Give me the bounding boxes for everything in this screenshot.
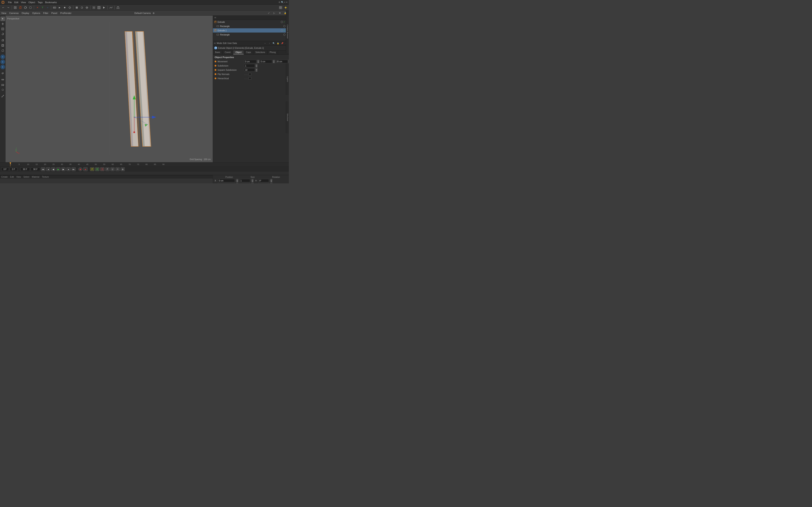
edit-menu-mat[interactable]: Edit — [10, 176, 14, 178]
camera-settings-icon[interactable]: ⚙ — [153, 12, 155, 14]
next-frame-btn[interactable]: ▶ — [61, 167, 65, 171]
y-pos-up[interactable]: ▲ — [236, 183, 238, 183]
h-rot-up[interactable]: ▲ — [270, 179, 272, 181]
attr-lock[interactable]: 🔒 — [276, 42, 280, 45]
mode-list-btn[interactable] — [115, 167, 120, 171]
mode-scale-btn[interactable]: S — [100, 167, 104, 171]
tab-basic[interactable]: Basic — [213, 51, 222, 55]
new-obj-btn[interactable] — [13, 5, 17, 10]
menu-bookmarks[interactable]: Bookmarks — [45, 1, 57, 4]
panel-menu[interactable]: Panel — [51, 12, 57, 14]
prev-frame-btn[interactable]: ◀ — [51, 167, 55, 171]
timeline-playhead[interactable] — [10, 162, 10, 166]
rotate-btn[interactable] — [23, 5, 28, 10]
menu-file[interactable]: File — [8, 1, 12, 4]
keyframe-btn[interactable] — [67, 5, 72, 10]
attr-pin[interactable]: 📌 — [281, 42, 284, 45]
vis-circle-e1-btn[interactable] — [281, 30, 283, 32]
grid-btn[interactable] — [278, 5, 283, 10]
first-frame-btn[interactable]: ⏮ — [41, 167, 45, 171]
isoparm-down[interactable]: ▼ — [255, 70, 258, 72]
movement-y-up[interactable]: ▲ — [273, 60, 275, 61]
lasso-btn[interactable] — [80, 5, 84, 10]
vis-circle-rect-btn[interactable] — [283, 25, 286, 27]
y-pos-input[interactable] — [218, 183, 235, 183]
display-menu[interactable]: Display — [21, 12, 29, 14]
viewport[interactable]: Perspective Y Z Grid Spacing : 100 cm — [5, 16, 213, 162]
range-end-input[interactable] — [31, 168, 40, 171]
mode-user-btn[interactable]: U — [110, 167, 115, 171]
select-btn[interactable]: ✕ — [35, 5, 40, 10]
select-z-btn[interactable]: ○ — [45, 5, 50, 10]
undo-btn[interactable]: ↩ — [1, 5, 5, 10]
y-size-input[interactable] — [240, 183, 250, 183]
cube-btn[interactable] — [18, 5, 22, 10]
vis-circle-rect2-btn[interactable] — [283, 34, 286, 36]
x-pos-input[interactable] — [218, 179, 235, 182]
menu-tags[interactable]: Tags — [38, 1, 43, 4]
magnet-tool2[interactable] — [0, 82, 5, 87]
p-rot-up[interactable]: ▲ — [270, 183, 272, 183]
create-menu[interactable]: Create — [1, 176, 8, 178]
rotate-tool[interactable] — [0, 32, 5, 36]
obj-row-extrude[interactable]: Extrude ✓ — [213, 20, 289, 24]
scale-tool[interactable] — [0, 26, 5, 31]
current-frame-input[interactable] — [1, 168, 9, 171]
menu-edit[interactable]: Edit — [14, 1, 18, 4]
tab-phong[interactable]: Phong — [267, 51, 278, 55]
play-btn[interactable]: ▶ — [57, 5, 62, 10]
mode-pos-btn[interactable]: P — [90, 167, 94, 171]
flip-normals-checkbox[interactable] — [249, 73, 251, 75]
inner-extrude-tool[interactable] — [0, 43, 5, 48]
line-cut-tool[interactable] — [0, 94, 5, 99]
cameras-menu[interactable]: Cameras — [9, 12, 19, 14]
x-pos-down[interactable]: ▼ — [236, 181, 238, 182]
sds3-btn[interactable]: $ — [0, 65, 5, 69]
extrude-tool[interactable] — [0, 38, 5, 43]
attr-search[interactable]: 🔍 — [272, 42, 275, 45]
prorender-menu[interactable]: ProRender — [60, 12, 71, 14]
menu-view[interactable]: View — [21, 1, 26, 4]
x-size-up[interactable]: ▲ — [251, 179, 254, 181]
content-browser-tab[interactable]: Content Browser — [286, 11, 289, 53]
box-btn[interactable] — [92, 5, 96, 10]
movement-x-up[interactable]: ▲ — [257, 60, 259, 61]
attr-nav-up[interactable]: ↑ — [268, 42, 271, 45]
mode-param-btn[interactable]: P — [105, 167, 109, 171]
filter-menu[interactable]: Filter — [43, 12, 48, 14]
obj-check-btn[interactable]: ✓ — [283, 21, 286, 23]
prev-key-btn[interactable]: ◂ — [46, 167, 50, 171]
x-size-input[interactable] — [240, 179, 250, 182]
obj-row-rect1[interactable]: Rectangle ✓ — [213, 24, 289, 28]
movement-z-input[interactable] — [275, 60, 288, 63]
x-pos-up[interactable]: ▲ — [236, 179, 238, 181]
isoparm-up[interactable]: ▲ — [255, 68, 258, 70]
subdivision-up[interactable]: ▲ — [255, 64, 258, 66]
view-menu[interactable]: View — [1, 12, 6, 14]
tab-coord[interactable]: Coord. — [222, 51, 233, 55]
arrow-tool[interactable] — [0, 16, 5, 21]
subdivision-down[interactable]: ▼ — [255, 66, 258, 67]
movement-x-input[interactable] — [244, 60, 256, 63]
view-menu-mat[interactable]: View — [16, 176, 21, 178]
current-frame-input2[interactable] — [10, 168, 17, 171]
sds2-btn[interactable]: S — [0, 60, 5, 64]
record-btn[interactable]: ⏺ — [62, 5, 67, 10]
next-key-btn[interactable]: ▸ — [66, 167, 70, 171]
obj-row-rect2[interactable]: Rectangle ✓ — [213, 33, 289, 37]
mode-rot-btn[interactable]: R — [95, 167, 99, 171]
move-tool[interactable] — [0, 21, 5, 26]
vis-circle-btn[interactable] — [281, 21, 283, 23]
select-menu-mat[interactable]: Select — [23, 176, 30, 178]
options-menu[interactable]: Options — [32, 12, 40, 14]
mode-extra-btn[interactable]: ⊞ — [120, 167, 125, 171]
obj-check-e1-btn[interactable]: ✓ — [283, 30, 286, 32]
timeline-btn[interactable] — [52, 5, 57, 10]
viewport-render-btn[interactable]: ▷ — [272, 11, 276, 15]
instruct-btn[interactable] — [102, 5, 106, 10]
last-frame-btn[interactable]: ⏭ — [71, 167, 76, 171]
movement-z-up[interactable]: ▲ — [289, 60, 289, 61]
x-size-down[interactable]: ▼ — [251, 181, 254, 182]
attr-nav-back[interactable]: ← — [263, 42, 267, 45]
range-start-input[interactable] — [20, 168, 30, 171]
